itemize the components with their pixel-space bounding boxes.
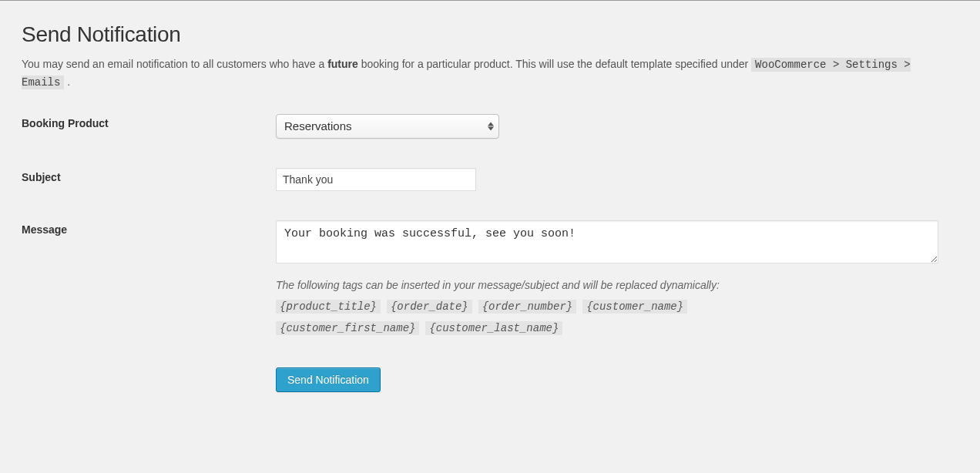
booking-product-select[interactable]: Reservations [276, 114, 499, 139]
desc-text-bold: future [327, 58, 358, 70]
message-label: Message [22, 220, 276, 236]
subject-label: Subject [22, 168, 276, 183]
template-tag: {customer_last_name} [425, 321, 562, 335]
page-description: You may send an email notification to al… [22, 56, 946, 91]
template-tag: {customer_first_name} [276, 321, 419, 335]
subject-input[interactable] [276, 168, 476, 191]
message-textarea[interactable]: Your booking was successful, see you soo… [276, 220, 938, 263]
template-tag: {order_date} [387, 300, 472, 314]
page-title: Send Notification [22, 22, 958, 47]
booking-product-value: Reservations [284, 119, 352, 133]
template-tag: {customer_name} [582, 300, 687, 314]
tags-note: The following tags can be inserted in yo… [276, 275, 831, 338]
desc-text-suffix: . [64, 75, 70, 88]
desc-text-mid: booking for a particular product. This w… [358, 58, 751, 70]
template-tag: {product_title} [276, 300, 381, 314]
select-arrows-icon [488, 122, 494, 131]
booking-product-label: Booking Product [22, 114, 276, 129]
desc-text-prefix: You may send an email notification to al… [22, 58, 327, 70]
send-notification-button[interactable]: Send Notification [276, 367, 381, 392]
tags-note-intro: The following tags can be inserted in yo… [276, 279, 720, 291]
template-tag: {order_number} [478, 300, 577, 314]
